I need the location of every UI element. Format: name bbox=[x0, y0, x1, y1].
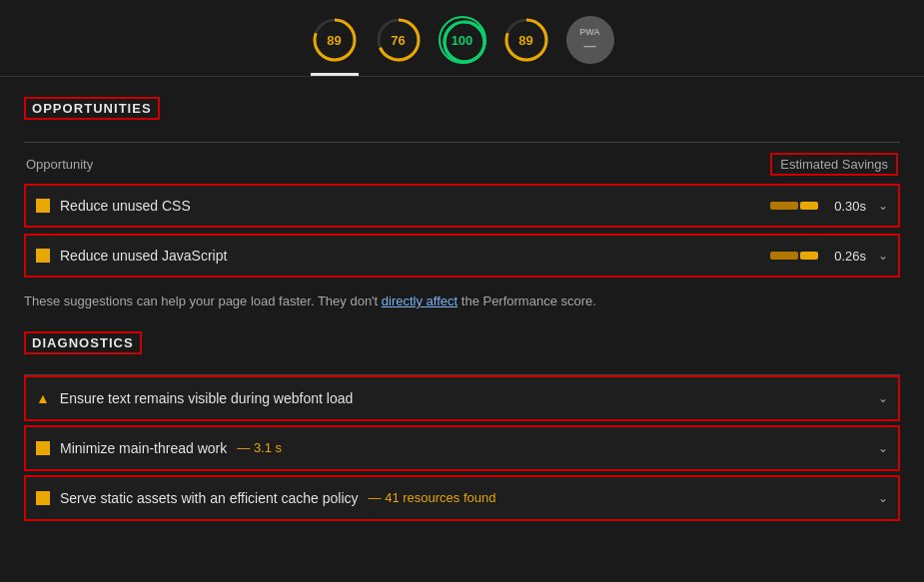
directly-affect-link[interactable]: directly affect bbox=[382, 293, 458, 308]
diag-label-main-thread: Minimize main-thread work bbox=[60, 440, 227, 456]
diag-label-webfont: Ensure text remains visible during webfo… bbox=[60, 390, 353, 406]
square-icon-css bbox=[36, 199, 50, 213]
square-icon-main-thread bbox=[36, 441, 50, 455]
chevron-down-icon-js[interactable]: ⌄ bbox=[878, 249, 888, 263]
opportunities-section: OPPORTUNITIES Opportunity Estimated Savi… bbox=[24, 97, 900, 311]
opportunity-right-js: 0.26s ⌄ bbox=[770, 249, 888, 264]
opportunity-left-js: Reduce unused JavaScript bbox=[36, 248, 227, 264]
opportunity-label-css: Reduce unused CSS bbox=[60, 198, 191, 214]
chevron-down-icon-cache[interactable]: ⌄ bbox=[878, 491, 888, 505]
score-value-seo: 89 bbox=[518, 33, 532, 48]
diag-item-main-thread[interactable]: Minimize main-thread work — 3.1 s ⌄ bbox=[24, 425, 900, 471]
diag-extra-cache: — 41 resources found bbox=[369, 490, 496, 505]
suggestion-after: the Performance score. bbox=[458, 293, 596, 308]
square-icon-cache bbox=[36, 491, 50, 505]
tab-seo[interactable]: 89 bbox=[502, 16, 550, 76]
bar-light-js bbox=[800, 252, 818, 260]
diagnostics-list: ▲ Ensure text remains visible during web… bbox=[24, 374, 900, 521]
opportunity-item-css[interactable]: Reduce unused CSS 0.30s ⌄ bbox=[24, 184, 900, 228]
opportunities-header: Opportunity Estimated Savings bbox=[24, 142, 900, 176]
opportunity-item-js[interactable]: Reduce unused JavaScript 0.26s ⌄ bbox=[24, 234, 900, 278]
diagnostics-section: DIAGNOSTICS ▲ Ensure text remains visibl… bbox=[24, 331, 900, 521]
pwa-line: — bbox=[584, 39, 596, 53]
savings-time-css: 0.30s bbox=[830, 199, 866, 214]
opportunity-label-js: Reduce unused JavaScript bbox=[60, 248, 227, 264]
pwa-label: PWA bbox=[579, 27, 600, 37]
diag-extra-main-thread: — 3.1 s bbox=[237, 440, 282, 455]
savings-time-js: 0.26s bbox=[830, 249, 866, 264]
tab-accessibility[interactable]: 76 bbox=[375, 16, 423, 76]
bar-dark-js bbox=[770, 252, 798, 260]
opportunities-title: OPPORTUNITIES bbox=[24, 97, 160, 120]
score-circle-performance: 89 bbox=[311, 16, 359, 64]
diag-left-webfont: ▲ Ensure text remains visible during web… bbox=[36, 390, 353, 406]
col-savings-label: Estimated Savings bbox=[770, 153, 898, 176]
savings-bar-css bbox=[770, 202, 818, 210]
score-value-accessibility: 76 bbox=[391, 33, 405, 48]
main-content: OPPORTUNITIES Opportunity Estimated Savi… bbox=[0, 77, 924, 545]
opportunity-right-css: 0.30s ⌄ bbox=[770, 199, 888, 214]
score-circle-seo: 89 bbox=[502, 16, 550, 64]
diag-item-cache[interactable]: Serve static assets with an efficient ca… bbox=[24, 475, 900, 521]
chevron-down-icon-webfont[interactable]: ⌄ bbox=[878, 391, 888, 405]
tab-best-practices[interactable]: 100 bbox=[439, 16, 486, 76]
opportunity-left-css: Reduce unused CSS bbox=[36, 198, 191, 214]
bar-dark-css bbox=[770, 202, 798, 210]
diag-left-main-thread: Minimize main-thread work — 3.1 s bbox=[36, 440, 282, 456]
col-opportunity-label: Opportunity bbox=[26, 157, 93, 172]
score-circle-best-practices: 100 bbox=[439, 16, 486, 64]
diagnostics-title: DIAGNOSTICS bbox=[24, 331, 142, 354]
pwa-badge: PWA — bbox=[566, 16, 614, 64]
diag-left-cache: Serve static assets with an efficient ca… bbox=[36, 490, 495, 506]
chevron-down-icon-css[interactable]: ⌄ bbox=[878, 199, 888, 213]
square-icon-js bbox=[36, 249, 50, 263]
suggestion-text: These suggestions can help your page loa… bbox=[24, 291, 900, 311]
warning-triangle-icon: ▲ bbox=[36, 390, 50, 406]
chevron-down-icon-main-thread[interactable]: ⌄ bbox=[878, 441, 888, 455]
score-tabs: 89 76 100 89 bbox=[0, 0, 924, 77]
bar-light-css bbox=[800, 202, 818, 210]
tab-performance[interactable]: 89 bbox=[311, 16, 359, 76]
savings-bar-js bbox=[770, 252, 818, 260]
tab-pwa[interactable]: PWA — bbox=[566, 16, 614, 76]
diag-label-cache: Serve static assets with an efficient ca… bbox=[60, 490, 359, 506]
score-value-performance: 89 bbox=[327, 33, 341, 48]
score-value-best-practices: 100 bbox=[452, 33, 473, 48]
suggestion-before: These suggestions can help your page loa… bbox=[24, 293, 382, 308]
score-circle-accessibility: 76 bbox=[375, 16, 423, 64]
diag-item-webfont[interactable]: ▲ Ensure text remains visible during web… bbox=[24, 375, 900, 421]
